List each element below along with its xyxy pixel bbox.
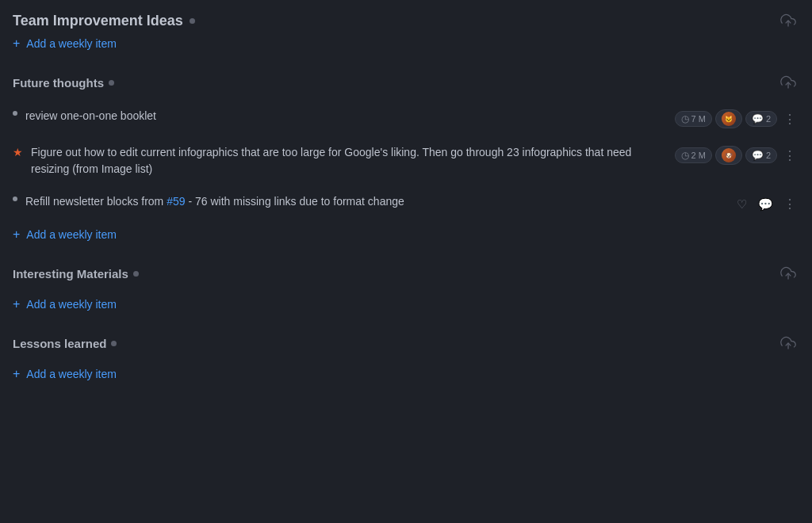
interesting-materials-upload-button[interactable] [777,264,799,283]
top-upload-button[interactable] [777,11,799,30]
top-title-group: Team Improvement Ideas [13,13,195,29]
lessons-learned-add-label: Add a weekly item [26,368,117,380]
future-thoughts-title-group: Future thoughts [13,76,114,90]
timer-badge[interactable]: ◷ 7 M [675,111,712,127]
more-menu-button[interactable]: ⋮ [780,110,799,128]
comment-count: 2 [766,151,771,160]
lessons-learned-upload-button[interactable] [777,334,799,353]
lessons-learned-upload-icon [780,335,796,351]
item-link[interactable]: #59 [167,195,185,208]
comment-count: 2 [766,114,771,124]
timer-badge[interactable]: ◷ 2 M [675,147,712,163]
list-item: review one-on-one booklet ◷ 7 M 🐱 💬 2 ⋮ [13,100,799,136]
future-thoughts-section: Future thoughts review one-on-one bookle… [0,62,812,253]
cloud-upload-icon [780,13,796,29]
item-right: ◷ 2 M 🐶 💬 2 ⋮ [675,146,799,165]
item-right: ◷ 7 M 🐱 💬 2 ⋮ [675,109,799,128]
timer-icon: ◷ [681,113,689,124]
more-menu-button[interactable]: ⋮ [780,147,799,165]
avatar-icon: 🐱 [722,112,736,126]
comment-badge[interactable]: 💬 2 [745,111,777,127]
comment-icon: 💬 [752,113,764,124]
comment-icon: 💬 [752,150,764,161]
comment-button[interactable]: 💬 [754,196,777,213]
item-text: review one-on-one booklet [25,108,665,124]
item-left: Refill newsletter blocks from #59 - 76 w… [13,193,723,210]
item-text: Refill newsletter blocks from #59 - 76 w… [25,193,723,210]
heart-button[interactable]: ♡ [733,196,751,213]
top-dot-indicator [190,18,195,24]
bullet-dot-icon [13,111,17,116]
timer-value: 7 M [691,114,706,124]
future-thoughts-title: Future thoughts [13,76,104,90]
item-left: ★ Figure out how to edit current infogra… [13,144,665,178]
item-right: ♡ 💬 ⋮ [733,195,799,213]
list-item: ★ Figure out how to edit current infogra… [13,136,799,185]
page-container: Team Improvement Ideas + Add a weekly it… [0,0,812,392]
lessons-learned-section: Lessons learned + Add a weekly item [0,323,812,392]
interesting-materials-title-group: Interesting Materials [13,267,139,281]
future-thoughts-add-row[interactable]: + Add a weekly item [13,221,799,253]
top-add-section: + Add a weekly item [0,30,812,62]
more-menu-button[interactable]: ⋮ [780,195,799,213]
lessons-learned-title-group: Lessons learned [13,337,117,350]
interesting-materials-add-plus-icon: + [13,297,20,311]
interesting-materials-header: Interesting Materials [13,253,799,291]
lessons-learned-add-plus-icon: + [13,367,20,381]
avatar-badge[interactable]: 🐶 [715,146,742,165]
interesting-materials-add-row[interactable]: + Add a weekly item [13,291,799,323]
item-left: review one-on-one booklet [13,108,665,124]
interesting-materials-dot [133,271,139,277]
comment-badge[interactable]: 💬 2 [745,147,777,163]
avatar-badge[interactable]: 🐱 [715,109,742,128]
interesting-materials-add-label: Add a weekly item [26,298,117,311]
top-section: Team Improvement Ideas [0,0,812,30]
interesting-materials-upload-icon [780,265,796,281]
timer-icon: ◷ [681,150,689,161]
star-icon: ★ [13,146,23,158]
interesting-materials-section: Interesting Materials + Add a weekly ite… [0,253,812,323]
top-add-item-row[interactable]: + Add a weekly item [13,30,799,62]
page-title: Team Improvement Ideas [13,13,183,29]
interesting-materials-title: Interesting Materials [13,267,128,281]
lessons-learned-dot [111,341,117,346]
future-thoughts-upload-icon [780,74,796,90]
lessons-learned-title: Lessons learned [13,337,106,350]
timer-value: 2 M [691,151,706,160]
future-thoughts-add-plus-icon: + [13,227,20,242]
future-thoughts-upload-button[interactable] [777,73,799,92]
avatar-icon: 🐶 [722,148,736,162]
top-add-item-label: Add a weekly item [26,37,117,50]
list-item: Refill newsletter blocks from #59 - 76 w… [13,185,799,221]
top-add-plus-icon: + [13,36,20,51]
future-thoughts-dot [109,80,114,86]
future-thoughts-header: Future thoughts [13,62,799,100]
future-thoughts-add-label: Add a weekly item [26,228,117,241]
lessons-learned-add-row[interactable]: + Add a weekly item [13,361,799,392]
lessons-learned-header: Lessons learned [13,323,799,361]
item-text: Figure out how to edit current infograph… [31,144,665,178]
bullet-dot-icon [13,197,17,201]
